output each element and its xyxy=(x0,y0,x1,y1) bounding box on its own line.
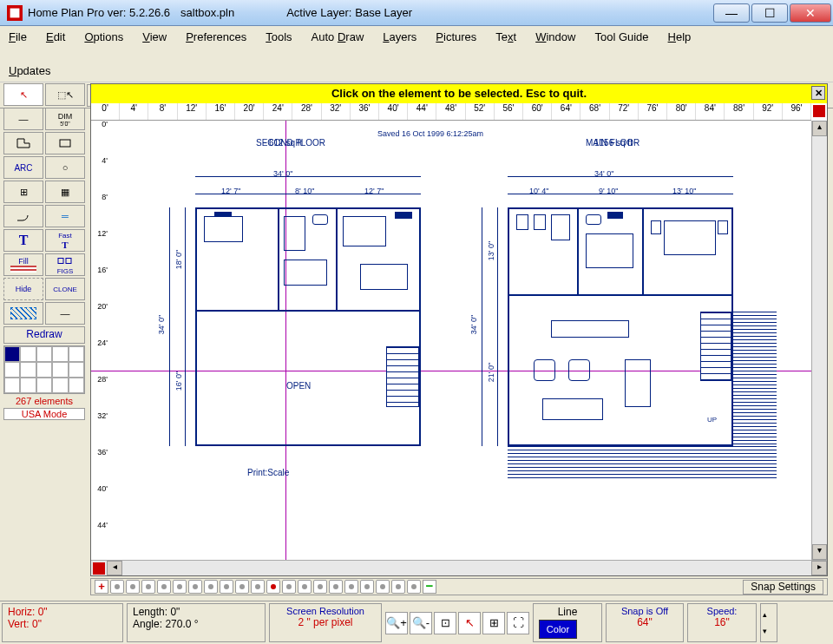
status-bar: Horiz: 0" Vert: 0" Length: 0" Angle: 270… xyxy=(0,601,833,644)
element-count: 267 elements xyxy=(3,396,85,406)
menu-options[interactable]: Options xyxy=(82,28,125,46)
select-arrow-tool[interactable]: ↖ xyxy=(3,83,43,106)
redraw-button[interactable]: Redraw xyxy=(3,326,85,344)
hint-text: Click on the element to be selected. Esc… xyxy=(331,87,587,100)
scroll-left-icon[interactable]: ◂ xyxy=(107,561,122,575)
line-style-tool[interactable]: — xyxy=(45,302,85,325)
menu-layers[interactable]: Layers xyxy=(381,28,418,46)
layer-dot[interactable] xyxy=(360,580,374,594)
open-label: OPEN xyxy=(286,381,311,391)
text-tool[interactable]: T xyxy=(3,229,43,252)
line-tool[interactable]: — xyxy=(3,108,43,130)
zoom-fit-button[interactable]: ⊡ xyxy=(434,612,456,634)
select-box-tool[interactable]: ⬚↖ xyxy=(45,83,85,106)
speed-value: 16" xyxy=(693,616,751,628)
svg-rect-7 xyxy=(60,140,70,147)
dim-tool[interactable]: DIM5'0" xyxy=(45,108,85,130)
title-file: saltbox.pln xyxy=(180,6,234,19)
layer-dot[interactable] xyxy=(126,580,140,594)
zoom-window-button[interactable]: ⊞ xyxy=(482,612,505,634)
snap-settings-button[interactable]: Snap Settings xyxy=(743,580,823,595)
layer-dot-active[interactable] xyxy=(266,580,280,594)
menu-edit[interactable]: Edit xyxy=(44,28,67,46)
clone-tool[interactable]: CLONE xyxy=(45,278,85,300)
main-floor-area: 1156 sq ft xyxy=(594,138,633,148)
polygon-tool[interactable] xyxy=(3,132,43,154)
scroll-down-icon[interactable]: ▾ xyxy=(812,544,827,560)
plan-main-floor: MAIN FLOOR 1156 sq ft 34' 0" 10' 4" 9' 1… xyxy=(456,138,785,485)
menu-window[interactable]: Window xyxy=(534,28,577,46)
menu-text[interactable]: Text xyxy=(494,28,518,46)
layer-dot[interactable] xyxy=(313,580,327,594)
table-tool[interactable]: ▦ xyxy=(45,181,85,203)
layer-dot[interactable] xyxy=(391,580,405,594)
speed-up-icon[interactable]: ▴ xyxy=(763,610,775,619)
layer-dot[interactable] xyxy=(110,580,124,594)
snap-value: 64" xyxy=(612,616,678,628)
layer-bar: + − Snap Settings xyxy=(90,578,828,595)
speed-down-icon[interactable]: ▾ xyxy=(763,627,775,635)
scroll-origin-icon[interactable] xyxy=(93,562,105,575)
scroll-right-icon[interactable]: ▸ xyxy=(811,561,827,575)
length-label: Length: xyxy=(133,606,167,618)
layer-dot[interactable] xyxy=(298,580,312,594)
zoom-extents-button[interactable]: ⛶ xyxy=(507,612,529,634)
layer-dot[interactable] xyxy=(329,580,343,594)
layer-remove-button[interactable]: − xyxy=(423,580,436,594)
canvas[interactable]: Saved 16 Oct 1999 6:12:25am SECOND FLOOR… xyxy=(91,121,811,560)
layer-dot[interactable] xyxy=(251,580,265,594)
menu-autodraw[interactable]: Auto Draw xyxy=(310,28,366,46)
layer-dot[interactable] xyxy=(344,580,358,594)
zoom-controls: 🔍+ 🔍- ⊡ ↖ ⊞ ⛶ xyxy=(385,605,529,641)
vertical-scrollbar[interactable]: ▴ ▾ xyxy=(811,121,827,560)
layer-dot[interactable] xyxy=(282,580,296,594)
layer-dot[interactable] xyxy=(204,580,218,594)
zoom-in-button[interactable]: 🔍+ xyxy=(385,612,408,634)
resolution-label: Screen Resolution xyxy=(275,606,376,616)
menu-view[interactable]: View xyxy=(141,28,168,46)
saved-label: Saved 16 Oct 1999 6:12:25am xyxy=(377,129,483,138)
menu-preferences[interactable]: Preferences xyxy=(184,28,248,46)
hint-close-icon[interactable]: ✕ xyxy=(811,86,825,100)
window-tool[interactable]: ═ xyxy=(45,205,85,227)
layer-dot[interactable] xyxy=(188,580,202,594)
horiz-label: Horiz: xyxy=(8,606,35,618)
horizontal-scrollbar[interactable]: ◂ ▸ xyxy=(91,560,827,575)
rect-tool[interactable] xyxy=(45,132,85,154)
layer-add-button[interactable]: + xyxy=(95,580,108,594)
zoom-out-button[interactable]: 🔍- xyxy=(410,612,432,634)
color-palette[interactable] xyxy=(3,345,85,394)
maximize-button[interactable]: ☐ xyxy=(751,3,788,23)
mode-indicator: USA Mode xyxy=(3,408,85,420)
layer-dot[interactable] xyxy=(235,580,249,594)
hatch-tool[interactable] xyxy=(3,302,43,325)
circle-tool[interactable]: ○ xyxy=(45,156,85,179)
menu-file[interactable]: File xyxy=(7,28,29,46)
title-layer-label: Active Layer: xyxy=(286,6,351,19)
scroll-up-icon[interactable]: ▴ xyxy=(812,121,827,136)
fill-tool[interactable]: Fill xyxy=(3,253,43,276)
grid-tool[interactable]: ⊞ xyxy=(3,181,43,203)
door-tool[interactable] xyxy=(3,205,43,227)
vertical-ruler: 0'4'8'12'16'20'24'28'32'36'40'44' xyxy=(90,120,108,561)
layer-dot[interactable] xyxy=(157,580,171,594)
arc-tool[interactable]: ARC xyxy=(3,156,43,179)
layer-dot[interactable] xyxy=(220,580,233,594)
menu-updates[interactable]: Updates xyxy=(7,62,826,80)
hint-bar: Click on the element to be selected. Esc… xyxy=(91,84,827,103)
layer-dot[interactable] xyxy=(376,580,390,594)
minimize-button[interactable]: — xyxy=(713,3,750,23)
menu-help[interactable]: Help xyxy=(666,28,693,46)
layer-dot[interactable] xyxy=(407,580,421,594)
hide-tool[interactable]: Hide xyxy=(3,278,43,300)
fast-text-tool[interactable]: FastT xyxy=(45,229,85,252)
menu-tool-guide[interactable]: Tool Guide xyxy=(593,28,650,46)
zoom-select-button[interactable]: ↖ xyxy=(458,612,481,634)
layer-dot[interactable] xyxy=(141,580,155,594)
color-button[interactable]: Color xyxy=(539,620,577,639)
close-button[interactable]: ✕ xyxy=(790,3,831,23)
menu-tools[interactable]: Tools xyxy=(264,28,293,46)
menu-pictures[interactable]: Pictures xyxy=(434,28,478,46)
figs-tool[interactable]: FIGS xyxy=(45,253,85,276)
layer-dot[interactable] xyxy=(173,580,187,594)
